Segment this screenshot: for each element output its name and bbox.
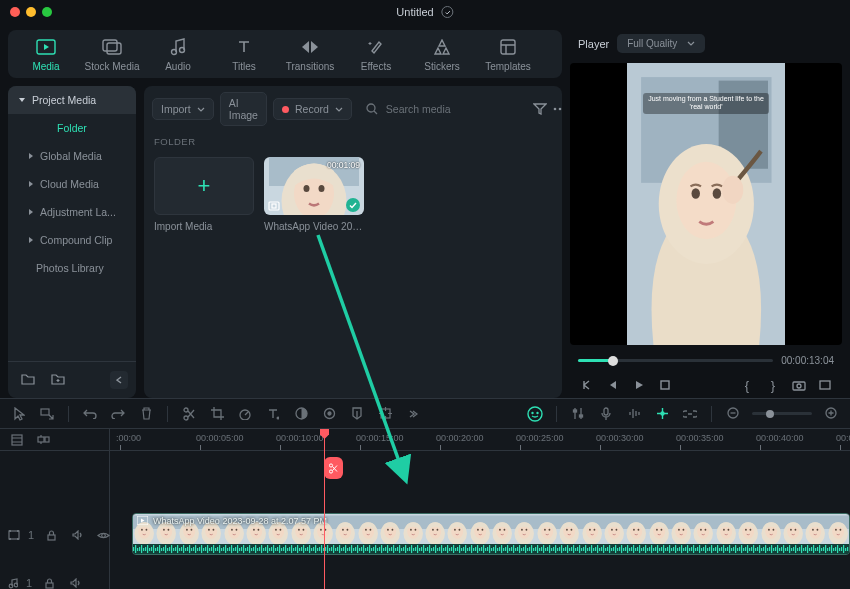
- new-folder-plus-button[interactable]: [46, 368, 70, 392]
- mark-out-button[interactable]: }: [764, 376, 782, 394]
- svg-point-38: [277, 417, 279, 419]
- split-button[interactable]: [180, 405, 198, 423]
- mark-in-button[interactable]: {: [738, 376, 756, 394]
- magnetic-button[interactable]: [653, 405, 671, 423]
- new-folder-button[interactable]: [16, 368, 40, 392]
- chevron-down-icon: [335, 107, 343, 112]
- speed-button[interactable]: [236, 405, 254, 423]
- tab-effects[interactable]: Effects: [348, 36, 404, 72]
- sidebar-item-global-media[interactable]: Global Media: [8, 142, 136, 170]
- sidebar-item-adjustment-layer[interactable]: Adjustment La...: [8, 198, 136, 226]
- pointer-tool[interactable]: [10, 405, 28, 423]
- sidebar-project-media[interactable]: Project Media: [8, 86, 136, 114]
- tracks-settings-button[interactable]: [8, 431, 26, 449]
- ai-image-button[interactable]: AI Image: [220, 92, 267, 126]
- track-motion-button[interactable]: [376, 405, 394, 423]
- text-button[interactable]: [264, 405, 282, 423]
- filter-button[interactable]: [533, 97, 547, 121]
- chevron-down-icon: [197, 107, 205, 112]
- effects-icon: [365, 36, 387, 58]
- more-button[interactable]: [553, 97, 562, 121]
- quality-select[interactable]: Full Quality: [617, 34, 705, 53]
- tab-audio[interactable]: Audio: [150, 36, 206, 72]
- svg-rect-31: [793, 382, 805, 390]
- player-preview[interactable]: Just moving from a Student life to the '…: [570, 63, 842, 345]
- clip-title: WhatsApp Video 2023-09-28 at 2.07.57 PM: [153, 516, 327, 526]
- tab-titles[interactable]: Titles: [216, 36, 272, 72]
- audio-mute-button[interactable]: [66, 574, 84, 589]
- sidebar-item-photos-library[interactable]: Photos Library: [8, 254, 136, 282]
- zoom-in-button[interactable]: [822, 405, 840, 423]
- player-scrubber[interactable]: [578, 359, 773, 362]
- audio-sync-button[interactable]: [625, 405, 643, 423]
- svg-point-45: [536, 411, 538, 413]
- import-media-tile[interactable]: + Import Media: [154, 157, 254, 232]
- scissors-icon: [329, 463, 338, 474]
- link-button[interactable]: [681, 405, 699, 423]
- svg-rect-20: [269, 202, 279, 210]
- window-minimize[interactable]: [26, 7, 36, 17]
- timeline-clip[interactable]: WhatsApp Video 2023-09-28 at 2.07.57 PM: [132, 513, 850, 555]
- auto-ripple-button[interactable]: [34, 431, 52, 449]
- window-zoom[interactable]: [42, 7, 52, 17]
- video-track-header: 1: [0, 523, 120, 547]
- play-button[interactable]: [630, 376, 648, 394]
- search-input[interactable]: [384, 102, 519, 116]
- svg-rect-15: [501, 40, 515, 54]
- tab-stock-media[interactable]: Stock Media: [84, 36, 140, 72]
- audio-track-number: 1: [26, 577, 32, 589]
- svg-point-17: [554, 108, 557, 111]
- keyframe-button[interactable]: [320, 405, 338, 423]
- snapshot-button[interactable]: [790, 376, 808, 394]
- sidebar-folder[interactable]: Folder: [8, 114, 136, 142]
- search-icon: [366, 103, 378, 115]
- redo-button[interactable]: [109, 405, 127, 423]
- mic-button[interactable]: [597, 405, 615, 423]
- track-mute-button[interactable]: [68, 526, 86, 544]
- timeline-toolbar: [0, 399, 850, 429]
- preview-caption: Just moving from a Student life to the '…: [643, 93, 770, 114]
- audio-lock-button[interactable]: [40, 574, 58, 589]
- marker-button[interactable]: [348, 405, 366, 423]
- import-dropdown[interactable]: Import: [152, 98, 214, 120]
- undo-button[interactable]: [81, 405, 99, 423]
- sidebar-item-cloud-media[interactable]: Cloud Media: [8, 170, 136, 198]
- tab-transitions[interactable]: Transitions: [282, 36, 338, 72]
- media-clip-tile[interactable]: 00:01:09 WhatsApp Video 202...: [264, 157, 364, 232]
- svg-point-29: [722, 176, 743, 204]
- svg-point-62: [329, 469, 332, 472]
- timeline-ruler[interactable]: :00:0000:00:05:0000:00:10:0000:00:15:000…: [110, 429, 850, 451]
- zoom-slider[interactable]: [752, 412, 812, 415]
- svg-rect-56: [48, 535, 55, 540]
- video-track-icon: [8, 530, 20, 540]
- tab-stickers[interactable]: Stickers: [414, 36, 470, 72]
- tab-label: Media: [32, 61, 59, 72]
- collapse-sidebar-button[interactable]: [110, 371, 128, 389]
- video-track-number: 1: [28, 529, 34, 541]
- ai-button[interactable]: [526, 405, 544, 423]
- mixer-button[interactable]: [569, 405, 587, 423]
- imported-check-icon: [346, 198, 360, 212]
- prev-frame-button[interactable]: [578, 376, 596, 394]
- more-tools-button[interactable]: [404, 405, 422, 423]
- stop-button[interactable]: [656, 376, 674, 394]
- timeline-tracks[interactable]: :00:0000:00:05:0000:00:10:0000:00:15:000…: [110, 429, 850, 589]
- fullscreen-button[interactable]: [816, 376, 834, 394]
- color-button[interactable]: [292, 405, 310, 423]
- playhead[interactable]: [324, 429, 325, 589]
- delete-button[interactable]: [137, 405, 155, 423]
- sidebar-label: Project Media: [32, 94, 96, 106]
- tab-label: Transitions: [286, 61, 335, 72]
- play-backward-button[interactable]: [604, 376, 622, 394]
- window-close[interactable]: [10, 7, 20, 17]
- tab-templates[interactable]: Templates: [480, 36, 536, 72]
- tab-media[interactable]: Media: [18, 36, 74, 72]
- record-dropdown[interactable]: Record: [273, 98, 352, 120]
- zoom-out-button[interactable]: [724, 405, 742, 423]
- crop-button[interactable]: [208, 405, 226, 423]
- track-lock-button[interactable]: [42, 526, 60, 544]
- svg-rect-48: [604, 408, 608, 415]
- select-tool[interactable]: [38, 405, 56, 423]
- playhead-handle[interactable]: [324, 457, 343, 479]
- sidebar-item-compound-clip[interactable]: Compound Clip: [8, 226, 136, 254]
